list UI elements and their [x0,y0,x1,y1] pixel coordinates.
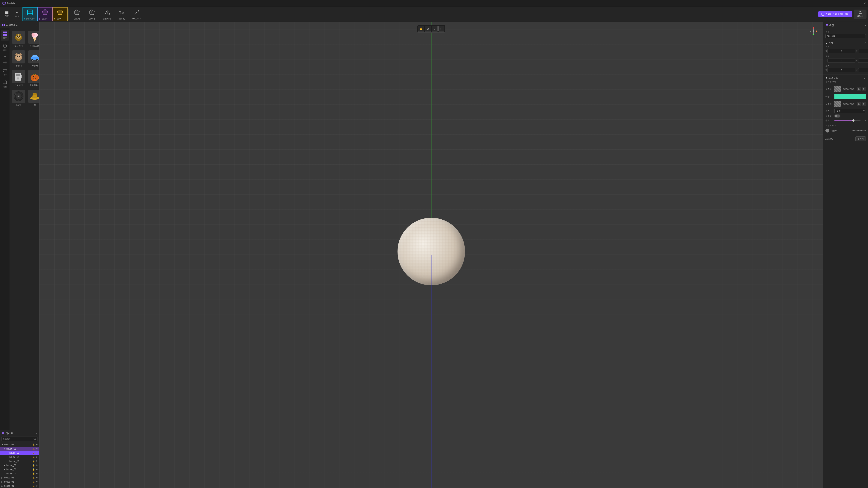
list-item[interactable]: ▼ house_01 🔒 👁 [0,443,39,447]
rot-x-label: X [826,60,827,62]
props-collapse-btn[interactable]: › [865,24,866,27]
vp-select-tool[interactable]: ⬚ [438,26,444,32]
svg-rect-63 [21,75,22,78]
texture-actions: ⧉ 🗑 [857,87,866,91]
eye-icon: 👁 [36,456,38,458]
siz-x-input[interactable] [828,68,855,72]
list-item[interactable]: ▶ house_01 🔒 👁 [0,480,39,484]
list-item[interactable]: ▶ house_01 🔒 👁 [0,451,39,455]
lib-item-bear[interactable]: 곰돌이 [11,50,26,68]
gloss-slider[interactable] [834,120,861,121]
toolbar-face-add-btn[interactable]: 면추가 3 [53,7,67,21]
svg-marker-5 [42,10,48,14]
mat-item-0[interactable]: 재질 0 ############ [826,128,866,133]
toolbar-btn2-label: 면조작 [42,17,48,20]
siz-y-input[interactable] [858,68,868,72]
texture-label: 텍스처 [826,88,833,90]
lib-thumb-panda [12,31,25,44]
list-item[interactable]: ▶ house_01 🔒 👁 [0,459,39,463]
tab-land[interactable]: 랜드 [1,42,9,53]
menu-button[interactable]: 메뉴 [1,9,12,20]
list-item[interactable]: ▶ house_01 🔒 👁 [0,463,39,467]
tab-basic[interactable]: 기본 [1,30,9,40]
svg-point-77 [32,93,37,95]
vp-move-tool[interactable]: ⊕ [425,26,431,32]
lib-thumb-bear [12,50,25,63]
viewport[interactable]: ✋ ⊕ ↺ ⬚ [39,22,823,488]
props-title: 속성 [826,24,834,27]
upload-button[interactable]: 업로드 [854,9,867,19]
lib-label-hat: 챙 [34,103,36,106]
pos-x-input[interactable] [828,49,855,53]
surface-type-label: 표면 [826,110,833,113]
list-item[interactable]: ▶ house_01 🔒 👁 [0,484,39,488]
lib-thumb-lp [12,90,25,103]
surface-type-select[interactable]: 투명 불투명 [834,109,866,113]
lib-item-coffeemachine[interactable]: 커피머신 [11,69,26,88]
item-icons: 🔒 👁 [32,472,38,475]
lib-item-car[interactable]: 자동차 [27,50,39,68]
close-button[interactable]: ✕ [863,1,866,5]
toolbar-btn4[interactable]: 면조작 [69,7,84,21]
rot-y-input[interactable] [858,59,868,63]
lib-item-hat[interactable]: 챙 [27,89,39,107]
list-item[interactable]: ▼ house_01 🔒 👁 [0,447,39,451]
library-title: 라이브러리 [6,23,18,27]
list-item[interactable]: ▶ house_01 🔒 👁 [0,476,39,480]
normal-label: 노말맵 [826,103,833,105]
surface-header[interactable]: ▼ 표면 구조 ↺ [823,75,868,80]
svg-point-46 [34,33,38,37]
search-input[interactable] [3,437,33,440]
normal-delete-btn[interactable]: 🗑 [862,102,866,106]
vp-rotate-tool[interactable]: ↺ [432,26,438,32]
texture-copy-btn[interactable]: ⧉ [857,87,861,91]
name-input[interactable] [826,34,866,38]
text3d-icon: T 3D [118,9,126,17]
list-item[interactable]: ▶ house_01 🔒 👁 [0,455,39,459]
toolbar-face-edit-btn[interactable]: 면조작 2 [37,7,53,21]
lib-item-panda[interactable]: 햇서팬더 [11,30,26,48]
list-collapse-btn[interactable]: ‹ [36,432,37,435]
back-button[interactable]: ← 뒤로 [12,9,23,20]
list-item[interactable]: ▶ house_01 🔒 👁 [0,467,39,471]
expand-arrow: ▶ [4,464,6,466]
lib-item-icecream[interactable]: 아이스크림 [27,30,39,48]
item-icons: 🔒 👁 [32,452,38,454]
lib-item-pumpkin[interactable]: 할로윈호박 [27,69,39,88]
item-name: house_01 [4,476,32,479]
clip-toggle[interactable] [834,115,840,118]
vp-hand-tool[interactable]: ✋ [418,26,424,32]
tab-spoon[interactable]: 스폰 [1,54,9,65]
toolbar-btn8[interactable]: 3D 그리기 [129,7,144,21]
texture-delete-btn[interactable]: 🗑 [862,87,866,91]
svg-rect-22 [2,25,3,26]
texture-name: ########## [843,88,855,90]
toolbar-btn5[interactable]: 면추가 [84,7,99,21]
selected-mat-label-group: 선택된 재질 [823,80,868,85]
rot-x-input[interactable] [828,59,855,63]
library-collapse-btn[interactable]: ‹ [36,23,37,27]
svg-point-52 [17,56,18,57]
normal-copy-btn[interactable]: ⧉ [857,102,861,106]
color-swatch[interactable] [834,94,866,99]
svg-point-81 [34,438,35,439]
tab-prop[interactable]: 가전 [1,79,9,89]
texture-thumb [834,86,841,92]
svg-rect-21 [4,24,5,25]
mat-label-0: 재질 0 [831,129,850,132]
svg-point-85 [813,30,814,32]
surface-reset-icon[interactable]: ↺ [864,77,866,80]
space-button[interactable]: 스페이스 배치하러 가기 [818,11,852,17]
lock-icon: 🔒 [32,464,35,467]
toolbar-mesh-btn[interactable]: 메쉬구조화 1 [23,7,37,21]
tab-furniture[interactable]: 가구 [1,66,9,77]
pos-y-input[interactable] [858,49,868,53]
list-item[interactable]: ▶ house_01 🔒 👁 [0,471,39,476]
transform-reset-icon[interactable]: ↺ [864,42,866,45]
toolbar-btn6[interactable]: 면칠하기 [99,7,114,21]
transform-header[interactable]: ▼ 변환 ↺ [823,40,868,45]
auto-uv-button[interactable]: 펼치기 [856,136,866,141]
mesh-icon [26,8,34,17]
lib-item-lp[interactable]: Lp판 [11,89,26,107]
toolbar-btn7[interactable]: T 3D Text 3D [114,7,129,21]
